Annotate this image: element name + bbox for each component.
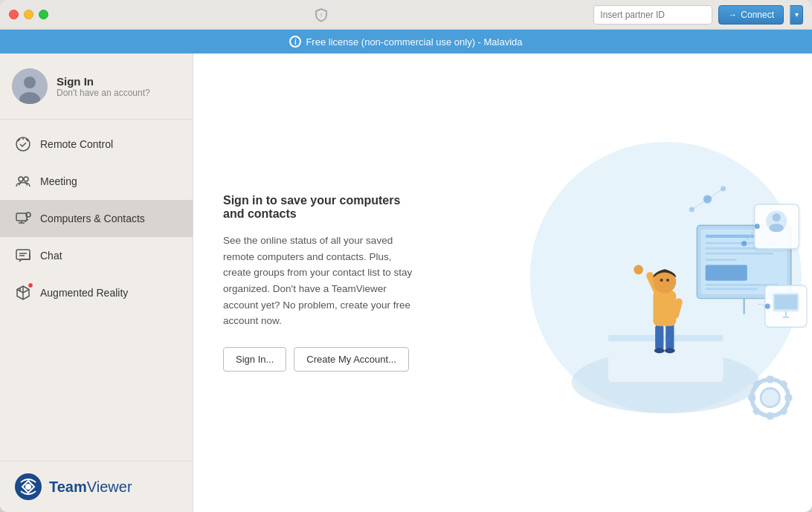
svg-point-31 [660, 279, 663, 282]
svg-point-24 [654, 348, 665, 353]
teamviewer-logo-icon [15, 473, 42, 500]
main-content: Sign In Don't have an account? [0, 54, 812, 512]
svg-rect-39 [706, 259, 737, 261]
svg-point-50 [741, 241, 747, 246]
app-window: ! → Connect ▾ i Free license (non-commer… [0, 0, 812, 512]
svg-rect-42 [706, 288, 758, 291]
avatar [12, 68, 48, 104]
minimize-button[interactable] [24, 10, 33, 19]
svg-point-2 [24, 77, 36, 88]
sidebar-item-augmented-reality[interactable]: Augmented Reality [0, 274, 193, 311]
sign-in-button[interactable]: Sign In... [223, 347, 286, 372]
svg-rect-38 [706, 253, 773, 255]
connect-button[interactable]: → Connect [718, 5, 784, 25]
svg-rect-61 [767, 412, 773, 420]
svg-point-6 [19, 177, 23, 181]
svg-rect-40 [706, 265, 747, 281]
svg-point-7 [24, 177, 28, 181]
svg-point-46 [773, 213, 781, 221]
svg-point-59 [761, 388, 779, 406]
remote-control-icon [15, 136, 31, 152]
avatar-image [12, 68, 48, 104]
svg-rect-12 [16, 250, 30, 259]
meeting-label: Meeting [40, 175, 77, 187]
sidebar-item-computers-contacts[interactable]: Computers & Contacts [0, 200, 193, 237]
svg-rect-22 [655, 325, 663, 351]
chat-icon [15, 247, 31, 264]
content-inner: Sign in to save your computers and conta… [193, 54, 812, 512]
svg-point-47 [769, 224, 784, 232]
augmented-reality-icon [15, 285, 31, 301]
user-subtitle: Don't have an account? [57, 88, 150, 98]
titlebar-center: ! [48, 7, 593, 22]
content-heading: Sign in to save your computers and conta… [223, 194, 416, 221]
sidebar-item-meeting[interactable]: Meeting [0, 163, 193, 200]
gear-decoration [748, 376, 792, 420]
ar-notification-badge [28, 282, 33, 288]
shield-icon: ! [314, 7, 329, 22]
traffic-lights [9, 10, 48, 19]
svg-point-49 [755, 224, 760, 229]
svg-rect-53 [774, 295, 797, 310]
svg-rect-62 [748, 395, 755, 401]
info-icon: i [289, 36, 301, 48]
remote-control-label: Remote Control [40, 138, 113, 150]
svg-rect-23 [666, 322, 674, 351]
svg-rect-8 [16, 213, 27, 221]
illustration [446, 54, 812, 512]
titlebar: ! → Connect ▾ [0, 0, 812, 30]
user-section[interactable]: Sign In Don't have an account? [0, 54, 193, 120]
content-panel: Sign in to save your computers and conta… [193, 54, 812, 512]
license-text: Free license (non-commercial use only) -… [306, 36, 522, 48]
connect-arrow-icon: → [728, 10, 737, 20]
svg-point-32 [666, 279, 669, 282]
computers-contacts-label: Computers & Contacts [40, 213, 145, 224]
maximize-button[interactable] [39, 10, 48, 19]
svg-point-25 [665, 348, 675, 353]
connect-label: Connect [741, 10, 774, 20]
svg-point-57 [765, 304, 770, 309]
sidebar: Sign In Don't have an account? [0, 54, 193, 512]
computers-contacts-icon [15, 210, 31, 227]
brand-team: Team [49, 479, 87, 495]
content-description: See the online status of all your saved … [223, 233, 416, 329]
user-info: Sign In Don't have an account? [57, 75, 150, 98]
user-name: Sign In [57, 75, 150, 88]
content-buttons: Sign In... Create My Account... [223, 347, 416, 372]
titlebar-right: → Connect ▾ [593, 5, 803, 25]
sidebar-item-chat[interactable]: Chat [0, 237, 193, 274]
content-text-area: Sign in to save your computers and conta… [193, 164, 446, 401]
create-account-button[interactable]: Create My Account... [294, 347, 409, 372]
svg-text:!: ! [320, 12, 322, 19]
sidebar-item-remote-control[interactable]: Remote Control [0, 126, 193, 163]
brand-viewer: Viewer [87, 479, 132, 495]
computers-illustration [446, 54, 812, 512]
teamviewer-brand: TeamViewer [49, 479, 132, 496]
sidebar-footer: TeamViewer [0, 461, 193, 512]
close-button[interactable] [9, 10, 19, 19]
svg-rect-63 [784, 395, 792, 401]
meeting-icon [15, 173, 31, 189]
nav-items: Remote Control Meeting [0, 120, 193, 461]
connect-dropdown-button[interactable]: ▾ [790, 5, 803, 25]
augmented-reality-label: Augmented Reality [40, 287, 128, 299]
license-banner: i Free license (non-commercial use only)… [0, 30, 812, 54]
svg-point-29 [634, 265, 643, 275]
svg-point-17 [25, 484, 31, 490]
svg-rect-60 [767, 376, 773, 383]
partner-id-input[interactable] [593, 5, 712, 25]
chat-label: Chat [40, 250, 62, 262]
